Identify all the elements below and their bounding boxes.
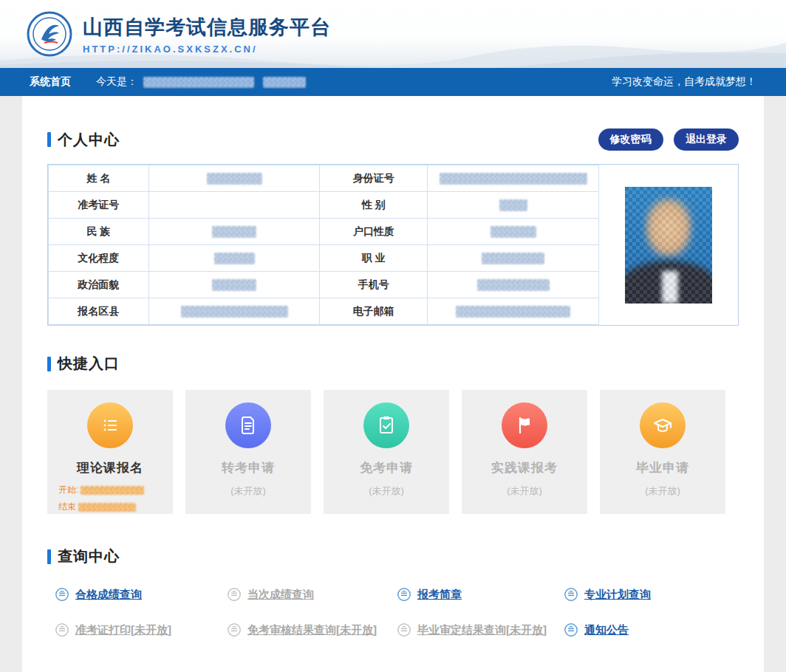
profile-buttons: 修改密码 退出登录 bbox=[591, 128, 739, 151]
field-value bbox=[428, 245, 599, 272]
redacted-value bbox=[207, 173, 262, 185]
graduation-cap-icon bbox=[640, 402, 686, 448]
query-link-label: 当次成绩查询 bbox=[247, 588, 314, 602]
transfer-doc-icon bbox=[225, 402, 271, 448]
field-value bbox=[428, 298, 599, 325]
photo-body-blur bbox=[625, 261, 712, 304]
field-label: 手机号 bbox=[320, 272, 428, 298]
query-link[interactable]: 专业计划查询 bbox=[564, 587, 739, 602]
query-link[interactable]: 免考审核结果查询[未开放] bbox=[227, 623, 397, 637]
redacted-value bbox=[212, 279, 256, 291]
query-circle-icon bbox=[227, 623, 242, 637]
site-header: 山西自学考试信息服务平台 HTTP://ZIKAO.SXKSZX.CN/ bbox=[0, 0, 786, 68]
field-label: 职 业 bbox=[320, 245, 428, 272]
quick-entry-title: 快捷入口 bbox=[58, 354, 120, 374]
query-link-label: 毕业审定结果查询[未开放] bbox=[417, 623, 547, 637]
field-value bbox=[148, 192, 320, 219]
today-label: 今天是： bbox=[96, 75, 137, 89]
quick-entry-card[interactable]: 免考申请(未开放) bbox=[324, 390, 449, 514]
quick-entry-card[interactable]: 毕业申请(未开放) bbox=[600, 390, 725, 514]
query-link[interactable]: 通知公告 bbox=[564, 623, 739, 637]
field-label: 电子邮箱 bbox=[320, 298, 428, 325]
query-link-label: 专业计划查询 bbox=[584, 588, 651, 602]
profile-row: 文化程度职 业 bbox=[49, 245, 599, 272]
query-links: 合格成绩查询当次成绩查询报考简章专业计划查询准考证打印[未开放]免考审核结果查询… bbox=[55, 587, 739, 637]
field-value bbox=[428, 272, 599, 298]
field-label: 政治面貌 bbox=[49, 272, 149, 298]
today-extra-redacted bbox=[263, 77, 306, 88]
personal-center-title: 个人中心 bbox=[58, 130, 120, 150]
redacted-value bbox=[499, 199, 527, 211]
card-title: 转考申请 bbox=[185, 459, 311, 476]
redacted-value bbox=[456, 306, 570, 318]
query-link-label: 合格成绩查询 bbox=[75, 588, 142, 602]
profile-table-body: 姓 名身份证号准考证号性 别民 族户口性质文化程度职 业政治面貌手机号报名区县电… bbox=[49, 165, 599, 325]
card-status: (未开放) bbox=[185, 484, 311, 498]
form-list-icon bbox=[87, 402, 133, 448]
field-label: 民 族 bbox=[49, 219, 149, 245]
field-label: 户口性质 bbox=[320, 219, 428, 245]
today-date-redacted bbox=[143, 77, 254, 88]
query-link-label: 报考简章 bbox=[417, 588, 462, 602]
card-title: 毕业申请 bbox=[600, 459, 725, 476]
card-status: (未开放) bbox=[324, 484, 449, 498]
redacted-date bbox=[81, 486, 144, 495]
section-accent-bar bbox=[47, 549, 51, 564]
query-link[interactable]: 毕业审定结果查询[未开放] bbox=[397, 623, 564, 637]
quick-entry-card[interactable]: 理论课报名开始:结束 bbox=[47, 390, 173, 514]
card-title: 理论课报名 bbox=[47, 459, 173, 476]
top-navbar: 系统首页 今天是： 学习改变命运，自考成就梦想！ bbox=[0, 68, 786, 96]
query-link-label: 通知公告 bbox=[584, 623, 629, 637]
field-label: 身份证号 bbox=[320, 165, 428, 192]
nav-home-link[interactable]: 系统首页 bbox=[30, 75, 71, 89]
site-url: HTTP://ZIKAO.SXKSZX.CN/ bbox=[83, 44, 331, 55]
redacted-value bbox=[477, 279, 550, 291]
field-value bbox=[148, 272, 320, 298]
query-circle-icon bbox=[55, 587, 69, 602]
field-value bbox=[428, 192, 599, 219]
query-link[interactable]: 合格成绩查询 bbox=[55, 587, 227, 602]
quick-entry-section: 快捷入口 理论课报名开始:结束转考申请(未开放)免考申请(未开放)实践课报考(未… bbox=[47, 354, 739, 514]
field-value bbox=[428, 219, 599, 245]
field-value bbox=[148, 219, 320, 245]
query-link[interactable]: 当次成绩查询 bbox=[227, 587, 397, 602]
query-center-section: 查询中心 合格成绩查询当次成绩查询报考简章专业计划查询准考证打印[未开放]免考审… bbox=[47, 546, 739, 637]
main-content: 个人中心 修改密码 退出登录 姓 名身份证号准考证号性 别民 族户口性质文化程度… bbox=[22, 96, 764, 672]
practice-flag-icon bbox=[502, 402, 547, 448]
logout-button[interactable]: 退出登录 bbox=[674, 128, 739, 151]
personal-center-section: 个人中心 修改密码 退出登录 姓 名身份证号准考证号性 别民 族户口性质文化程度… bbox=[47, 128, 739, 326]
page: 山西自学考试信息服务平台 HTTP://ZIKAO.SXKSZX.CN/ 系统首… bbox=[0, 0, 786, 672]
query-center-title: 查询中心 bbox=[58, 546, 120, 566]
profile-row: 姓 名身份证号 bbox=[49, 165, 599, 192]
query-circle-icon bbox=[564, 587, 578, 602]
query-circle-icon bbox=[397, 623, 411, 637]
redacted-value bbox=[214, 253, 255, 264]
field-value bbox=[148, 298, 320, 325]
profile-table: 姓 名身份证号准考证号性 别民 族户口性质文化程度职 业政治面貌手机号报名区县电… bbox=[48, 165, 599, 325]
query-link[interactable]: 准考证打印[未开放] bbox=[55, 623, 227, 637]
card-status: (未开放) bbox=[600, 484, 725, 498]
field-value bbox=[148, 245, 320, 272]
card-title: 实践课报考 bbox=[462, 459, 587, 476]
redacted-date bbox=[78, 503, 136, 512]
query-link[interactable]: 报考简章 bbox=[397, 587, 564, 602]
change-password-button[interactable]: 修改密码 bbox=[598, 128, 663, 151]
quick-entry-card[interactable]: 转考申请(未开放) bbox=[185, 390, 311, 514]
field-label: 准考证号 bbox=[49, 192, 149, 219]
query-circle-icon bbox=[564, 623, 578, 637]
field-label: 报名区县 bbox=[49, 298, 149, 325]
redacted-value bbox=[482, 253, 544, 264]
quick-entry-card[interactable]: 实践课报考(未开放) bbox=[462, 390, 587, 514]
field-value bbox=[428, 165, 599, 192]
field-value bbox=[148, 165, 320, 192]
photo-shirt-blur bbox=[662, 271, 678, 304]
redacted-value bbox=[181, 306, 288, 318]
section-accent-bar bbox=[47, 132, 51, 147]
profile-info-panel: 姓 名身份证号准考证号性 别民 族户口性质文化程度职 业政治面貌手机号报名区县电… bbox=[47, 164, 739, 326]
field-label: 文化程度 bbox=[49, 245, 149, 272]
site-logo bbox=[27, 11, 72, 57]
field-label: 姓 名 bbox=[49, 165, 149, 192]
card-title: 免考申请 bbox=[324, 459, 449, 476]
card-status: (未开放) bbox=[462, 484, 587, 498]
section-accent-bar bbox=[47, 357, 51, 371]
